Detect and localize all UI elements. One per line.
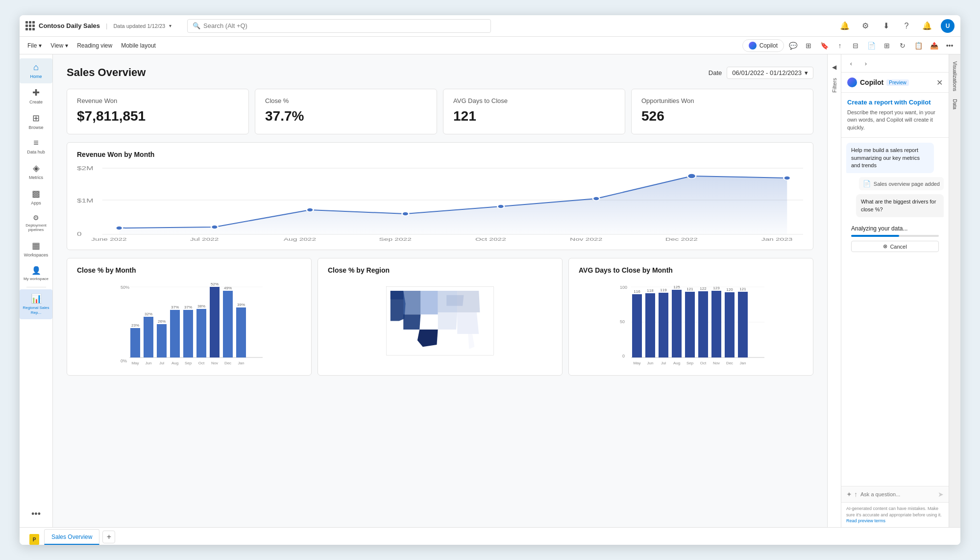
copilot-message-2: What are the biggest drivers for close %… [856,194,944,217]
sidebar-item-browse[interactable]: ⊞ Browse [20,109,52,134]
fit-icon[interactable]: ⊟ [849,39,862,52]
data-tab[interactable]: Data [952,96,957,112]
svg-text:Jun: Jun [647,361,654,365]
svg-text:Sep: Sep [185,361,192,365]
svg-text:123: 123 [713,286,720,290]
sidebar-more[interactable]: ••• [20,505,52,523]
data-updated-chevron[interactable]: ▾ [169,23,172,28]
content-area: Sales Overview Date 06/01/2022 - 01/12/2… [53,54,960,527]
page-icon[interactable]: 📄 [864,39,878,52]
sidebar-item-apps[interactable]: ▩ Apps [20,184,52,210]
filters-collapse-button[interactable]: ◀ [828,60,841,74]
svg-text:Nov: Nov [713,361,720,365]
bookmark-icon[interactable]: 🔖 [817,39,831,52]
analyzing-section: Analyzing your data... ⊗ Cancel [846,221,944,256]
mobile-layout-button[interactable]: Mobile layout [117,39,160,52]
view-menu[interactable]: View ▾ [47,39,72,52]
copilot-button[interactable]: Copilot [742,39,784,52]
sidebar-label-home: Home [30,74,42,79]
filters-label[interactable]: Filters [832,78,837,93]
kpi-label-avg: AVG Days to Close [453,97,615,104]
svg-text:Sep 2022: Sep 2022 [379,237,412,242]
copilot-back-button[interactable]: ‹ [844,56,858,70]
app-grid-icon[interactable] [25,21,35,30]
sidebar-label-regional: Regional Sales Rep... [22,305,50,315]
copilot-close-button[interactable]: ✕ [936,78,943,87]
svg-text:Aug: Aug [673,361,680,365]
copilot-chat-area: Help me build a sales report summarizing… [841,138,949,527]
tab-sales-overview[interactable]: Sales Overview [44,529,99,545]
svg-text:119: 119 [660,288,667,292]
view-chevron: ▾ [65,42,68,49]
reading-view-label: Reading view [77,42,112,49]
date-range-value: 06/01/2022 - 01/12/2023 [732,69,802,76]
avg-days-svg: 100 50 0 116 [579,279,803,370]
us-map-svg [386,283,494,359]
kpi-label-revenue: Revenue Won [77,97,239,104]
sidebar-item-workspaces[interactable]: ▦ Workspaces [20,236,52,262]
copilot-input-field[interactable] [860,491,935,497]
svg-text:49%: 49% [224,286,232,290]
copilot-send-button[interactable]: ➤ [938,490,944,498]
search-icon: 🔍 [193,22,200,29]
sidebar-label-my-workspace: My workspace [24,277,49,281]
copilot-name: Copilot [860,78,883,86]
svg-text:100: 100 [620,285,627,290]
share-icon[interactable]: ↑ [833,39,847,52]
kpi-value-opps: 526 [641,108,803,124]
copilot-panel: ‹ › Copilot Preview ✕ Create a report wi… [841,54,949,527]
copilot-input-icon-1[interactable]: ✦ [846,490,852,498]
svg-text:Sep: Sep [686,361,694,365]
copilot-create-title[interactable]: Create a report with Copilot [847,99,943,106]
top-bar: Contoso Daily Sales | Data updated 1/12/… [20,15,960,37]
help-button[interactable]: ? [900,19,913,33]
clipboard-icon[interactable]: 📋 [911,39,925,52]
sidebar-item-my-workspace[interactable]: 👤 My workspace [20,262,52,285]
sidebar-item-regional[interactable]: 📊 Regional Sales Rep... [20,289,52,319]
avatar[interactable]: U [941,19,955,33]
svg-text:39%: 39% [237,303,245,307]
table-icon[interactable]: ⊞ [802,39,815,52]
copilot-disclaimer: AI-generated content can have mistakes. … [841,502,949,527]
sidebar-item-data-hub[interactable]: ≡ Data hub [20,134,52,159]
settings-button[interactable]: ⚙ [858,19,872,33]
copilot-icon [749,42,757,50]
search-bar[interactable]: 🔍 [187,19,491,33]
download-button[interactable]: ⬇ [879,19,893,33]
cancel-button[interactable]: ⊗ Cancel [851,241,939,252]
grid-icon[interactable]: ⊞ [880,39,894,52]
powerbi-logo-container: P [25,534,43,545]
export-icon[interactable]: 📤 [927,39,941,52]
file-menu[interactable]: File ▾ [24,39,46,52]
more-options-icon[interactable]: ••• [943,39,956,52]
search-input[interactable] [203,22,486,29]
revenue-chart-title: Revenue Won by Month [77,151,803,158]
reading-view-button[interactable]: Reading view [73,39,116,52]
copilot-forward-button[interactable]: › [859,56,873,70]
notifications-button[interactable]: 🔔 [838,19,852,33]
date-range-chevron: ▾ [805,69,808,76]
add-tab-button[interactable]: + [102,531,115,543]
visualizations-tab[interactable]: Visualizations [952,58,957,94]
my-workspace-icon: 👤 [31,266,41,275]
refresh-icon[interactable]: ↻ [896,39,909,52]
disclaimer-link[interactable]: Read preview terms [846,518,885,523]
date-range-button[interactable]: 06/01/2022 - 01/12/2023 ▾ [727,67,813,79]
sidebar-item-deployment[interactable]: ⚙ Deployment pipelines [20,210,52,236]
copilot-header: Copilot Preview ✕ [841,73,949,93]
share-notification-button[interactable]: 🔔 [920,19,934,33]
svg-point-14 [784,176,790,180]
comment-icon[interactable]: 💬 [786,39,800,52]
sidebar-item-create[interactable]: ✚ Create [20,83,52,109]
svg-text:121: 121 [686,287,693,291]
sidebar-item-home[interactable]: ⌂ Home [20,58,52,83]
copilot-input-icon-2[interactable]: ↑ [854,490,858,498]
revenue-chart-card: Revenue Won by Month $2M $1M 0 [67,142,813,250]
sidebar-item-metrics[interactable]: ◈ Metrics [20,159,52,184]
copilot-panel-top-nav: ‹ › [841,54,949,73]
svg-text:50%: 50% [121,285,129,290]
more-icon: ••• [31,509,41,519]
svg-text:Jun: Jun [146,361,152,365]
svg-rect-63 [645,293,655,357]
apps-icon: ▩ [32,188,40,199]
